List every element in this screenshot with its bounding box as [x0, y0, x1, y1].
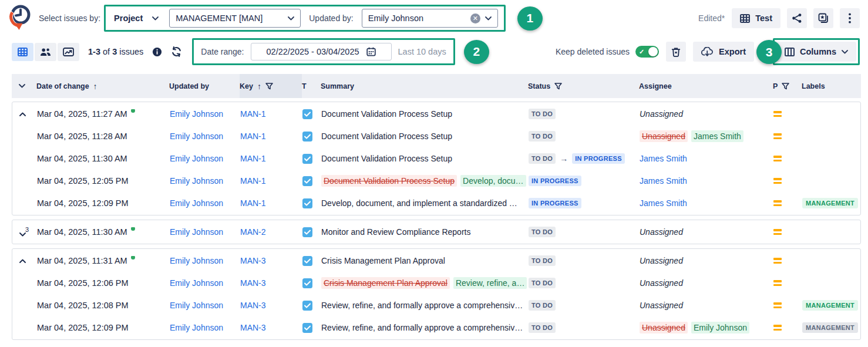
assignee-link[interactable]: James Smith — [640, 176, 687, 186]
updated-by-link[interactable]: Emily Johnson — [170, 301, 223, 310]
updated-by-label: Updated by: — [309, 14, 354, 23]
issue-key-link[interactable]: MAN-1 — [240, 109, 266, 119]
issue-key-link[interactable]: MAN-1 — [240, 132, 266, 141]
updated-by-link[interactable]: Emily Johnson — [170, 227, 223, 237]
change-date: Mar 04, 2025, 12:09 PM — [37, 198, 170, 208]
annotation-box-2: Date range: 02/22/2025 - 03/04/2025 Last… — [192, 38, 455, 65]
table-row: Mar 04, 2025, 12:06 PM Emily Johnson MAN… — [12, 272, 860, 294]
assignee-link[interactable]: James Smith — [640, 198, 687, 208]
issue-key-link[interactable]: MAN-2 — [240, 227, 266, 237]
change-date: Mar 04, 2025, 12:05 PM — [37, 176, 170, 186]
clear-filter-icon[interactable]: ✕ — [470, 14, 480, 23]
project-select[interactable]: MANAGEMENT [MAN] — [169, 9, 301, 28]
priority-medium-icon — [773, 178, 782, 184]
export-cloud-icon — [701, 47, 714, 57]
chevron-down-icon — [485, 16, 492, 21]
secondary-toolbar: 1-3 of 3 issues Date range: 02/22/2025 -… — [0, 36, 868, 67]
chart-view-button[interactable] — [58, 43, 79, 61]
filter-icon[interactable] — [265, 83, 273, 90]
filter-icon[interactable] — [554, 83, 562, 90]
column-header-priority[interactable]: P — [773, 74, 802, 98]
assignee-unassigned: Unassigned — [640, 227, 683, 237]
table-row: Mar 04, 2025, 12:09 PM Emily Johnson MAN… — [12, 316, 860, 339]
updated-by-link[interactable]: Emily Johnson — [170, 109, 223, 119]
column-header-assignee[interactable]: Assignee — [639, 74, 773, 98]
table-view-button[interactable] — [12, 43, 33, 61]
column-header-updated-by[interactable]: Updated by — [169, 74, 240, 98]
collapse-all-control[interactable] — [12, 74, 36, 98]
assignee-link[interactable]: James Smith — [640, 154, 687, 163]
column-header-type[interactable]: T — [302, 74, 321, 98]
change-date: Mar 04, 2025, 11:28 AM — [37, 132, 170, 141]
more-menu-button[interactable] — [840, 8, 860, 28]
select-by-dropdown[interactable]: Project — [112, 14, 161, 23]
issue-key-link[interactable]: MAN-3 — [240, 256, 266, 265]
change-date: Mar 04, 2025, 11:31 AM — [37, 256, 170, 265]
issue-key-link[interactable]: MAN-1 — [240, 176, 266, 186]
export-button[interactable]: Export — [693, 42, 754, 62]
issue-count-total: 3 — [112, 47, 117, 56]
issue-key-link[interactable]: MAN-3 — [240, 301, 266, 310]
status-badge: TO DO — [529, 300, 556, 311]
issue-key-link[interactable]: MAN-1 — [240, 154, 266, 163]
updated-by-link[interactable]: Emily Johnson — [170, 154, 223, 163]
calendar-icon[interactable] — [366, 47, 376, 56]
keep-deleted-toggle[interactable]: ✓ — [635, 46, 659, 58]
refresh-icon[interactable] — [171, 46, 182, 57]
updated-by-link[interactable]: Emily Johnson — [170, 323, 223, 332]
expand-group-icon[interactable]: 3 — [16, 227, 29, 237]
column-header-labels[interactable]: Labels — [802, 74, 861, 98]
edited-note: Edited* — [698, 14, 725, 23]
date-range-input[interactable]: 02/22/2025 - 03/04/2025 — [251, 43, 392, 60]
sort-asc-icon[interactable]: ↑ — [257, 82, 261, 91]
updated-by-value: Emily Johnson — [368, 14, 466, 23]
updated-by-select[interactable]: Emily Johnson ✕ — [362, 9, 498, 28]
filter-icon[interactable] — [782, 83, 789, 90]
share-button[interactable] — [787, 8, 807, 28]
column-header-key[interactable]: Key ↑ — [240, 74, 302, 98]
updated-by-link[interactable]: Emily Johnson — [170, 176, 223, 186]
project-select-value: MANAGEMENT [MAN] — [176, 14, 283, 23]
issue-group-card: Mar 04, 2025, 11:27 AM Emily Johnson MAN… — [12, 102, 861, 215]
report-name-button[interactable]: Test — [732, 8, 780, 28]
info-icon[interactable] — [152, 47, 162, 57]
summary-text: Develop, document, and implement a stand… — [321, 198, 529, 208]
issue-count-range: 1-3 — [88, 47, 100, 56]
collapse-group-icon[interactable] — [19, 259, 26, 263]
date-range-value: 02/22/2025 - 03/04/2025 — [267, 47, 359, 56]
summary-new-value: Develop, docu… — [460, 175, 526, 187]
assignee-old-value: Unassigned — [640, 130, 688, 142]
table-row: Mar 04, 2025, 12:08 PM Emily Johnson MAN… — [12, 294, 860, 316]
updated-by-link[interactable]: Emily Johnson — [170, 198, 223, 208]
status-badge: IN PROGRESS — [529, 176, 581, 186]
columns-button[interactable]: Columns — [776, 42, 856, 62]
table-row: Mar 04, 2025, 11:28 AM Emily Johnson MAN… — [12, 125, 860, 147]
issue-key-link[interactable]: MAN-3 — [240, 278, 266, 288]
annotation-step-1-badge: 1 — [517, 6, 543, 31]
chevron-down-icon — [288, 16, 294, 21]
collapse-group-icon[interactable] — [19, 112, 26, 116]
assignee-new-value: Emily Johnson — [691, 322, 749, 333]
updated-by-link[interactable]: Emily Johnson — [170, 278, 223, 288]
issue-key-link[interactable]: MAN-3 — [240, 323, 266, 332]
new-change-dot — [131, 227, 135, 231]
saved-reports-button[interactable] — [813, 8, 833, 28]
new-change-dot — [131, 109, 135, 113]
column-header-date[interactable]: Date of change ↑ — [36, 74, 169, 98]
issue-key-link[interactable]: MAN-1 — [240, 198, 266, 208]
updated-by-link[interactable]: Emily Johnson — [170, 132, 223, 141]
column-header-status[interactable]: Status — [528, 74, 639, 98]
sort-asc-icon[interactable]: ↑ — [93, 82, 97, 91]
priority-medium-icon — [773, 200, 782, 206]
assignee-old-value: Unassigned — [640, 322, 688, 333]
chevron-down-icon — [842, 50, 848, 54]
chart-view-icon — [63, 48, 74, 56]
users-view-button[interactable] — [35, 43, 56, 61]
columns-icon — [785, 48, 795, 56]
summary-text: Crisis Management Plan Approval — [321, 256, 529, 265]
column-header-summary[interactable]: Summary — [321, 74, 528, 98]
delete-button[interactable] — [666, 42, 686, 62]
trash-icon — [671, 47, 681, 57]
select-by-value: Project — [114, 14, 143, 23]
updated-by-link[interactable]: Emily Johnson — [170, 256, 223, 265]
